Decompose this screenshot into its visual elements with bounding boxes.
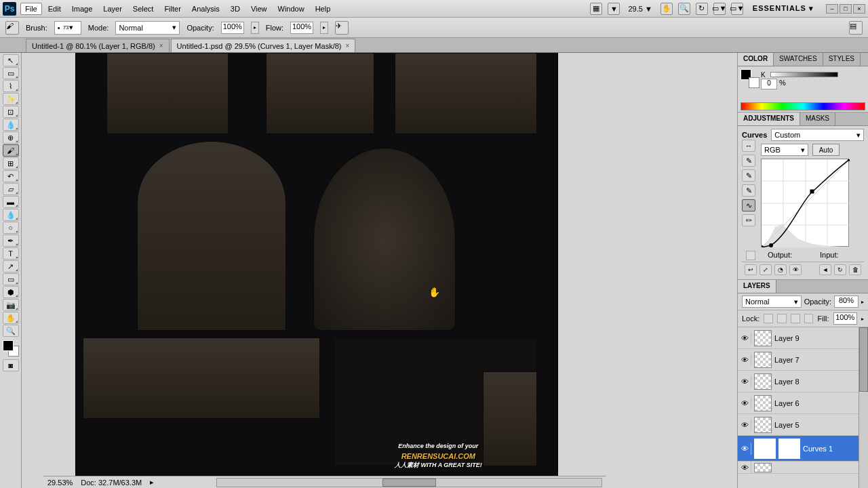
curves-graph[interactable]: [761, 159, 849, 247]
k-slider[interactable]: [770, 72, 838, 77]
3d-camera-tool[interactable]: 📷: [3, 299, 19, 311]
heal-tool[interactable]: ⊕: [3, 131, 19, 144]
menu-layer[interactable]: Layer: [98, 3, 127, 15]
lock-all-icon[interactable]: [804, 314, 814, 323]
opacity-arrow[interactable]: ▸: [251, 22, 259, 34]
flow-arrow[interactable]: ▸: [320, 22, 328, 34]
spectrum-bar[interactable]: [741, 102, 865, 110]
layer-name[interactable]: Layer 9: [774, 334, 800, 342]
bridge-icon[interactable]: ▦: [590, 3, 602, 15]
foreground-color[interactable]: [3, 340, 14, 351]
visibility-toggle[interactable]: 👁: [739, 354, 751, 366]
3d-tool[interactable]: ⬢: [3, 286, 19, 298]
blur-tool[interactable]: 💧: [3, 209, 19, 221]
workspace-selector[interactable]: ESSENTIALS ▾: [749, 4, 818, 13]
reset-icon[interactable]: ↻: [834, 264, 846, 275]
visibility-toggle[interactable]: 👁: [739, 332, 751, 344]
horizontal-scrollbar[interactable]: [216, 478, 602, 487]
layer-thumbnail[interactable]: [754, 395, 772, 411]
lock-pixels-icon[interactable]: [777, 314, 787, 323]
history-brush-tool[interactable]: ↶: [3, 170, 19, 182]
panel-toggle-icon[interactable]: ▤: [849, 21, 863, 35]
return-arrow-icon[interactable]: ↩: [745, 264, 757, 275]
visibility-toggle[interactable]: 👁: [739, 375, 751, 388]
dodge-tool[interactable]: ○: [3, 222, 19, 234]
opacity-input[interactable]: 100%: [221, 22, 244, 34]
adjustment-thumbnail[interactable]: ⟋: [754, 439, 776, 459]
white-eyedropper-icon[interactable]: ✎: [742, 184, 755, 197]
layer-name[interactable]: Layer 5: [774, 421, 800, 429]
lock-position-icon[interactable]: [791, 314, 800, 323]
clip-layer-icon[interactable]: ◔: [774, 264, 787, 275]
visibility-toggle[interactable]: 👁: [739, 462, 751, 474]
k-value-input[interactable]: 0: [761, 79, 777, 89]
status-zoom[interactable]: 29.53%: [47, 479, 73, 487]
layer-row[interactable]: 👁 Layer 5: [738, 414, 868, 436]
visibility-toggle[interactable]: 👁: [739, 419, 751, 431]
rotate-tool-icon[interactable]: ↻: [696, 3, 708, 15]
menu-view[interactable]: View: [246, 3, 272, 15]
layer-thumbnail[interactable]: [754, 417, 772, 433]
visibility-toggle[interactable]: 👁: [739, 397, 751, 409]
menu-edit[interactable]: Edit: [43, 3, 66, 15]
maximize-button[interactable]: □: [840, 4, 852, 14]
preset-select[interactable]: Custom▾: [771, 129, 864, 141]
curve-edit-icon[interactable]: ∿: [742, 199, 755, 211]
layer-thumbnail[interactable]: [754, 352, 772, 368]
hand-tool[interactable]: ✋: [3, 312, 19, 324]
layer-row[interactable]: 👁 Layer 9: [738, 327, 868, 349]
layer-name[interactable]: Layer 7: [774, 356, 800, 364]
color-picker[interactable]: [3, 340, 19, 357]
gray-eyedropper-icon[interactable]: ✎: [742, 169, 755, 182]
arrange-icon[interactable]: ▼: [608, 3, 620, 15]
stamp-tool[interactable]: ⊞: [3, 157, 19, 169]
lock-transparency-icon[interactable]: [764, 314, 773, 323]
layer-blend-select[interactable]: Normal▾: [742, 296, 802, 308]
menu-select[interactable]: Select: [128, 3, 159, 15]
tab-layers[interactable]: LAYERS: [738, 280, 776, 293]
channel-select[interactable]: RGB▾: [761, 144, 808, 156]
layer-row[interactable]: 👁 Layer 8: [738, 371, 868, 392]
minimize-button[interactable]: –: [826, 4, 838, 14]
lasso-tool[interactable]: ⌇: [3, 80, 19, 92]
gradient-tool[interactable]: ▬: [3, 196, 19, 208]
layer-name[interactable]: Layer 6: [774, 399, 800, 407]
layer-thumbnail[interactable]: [754, 330, 772, 346]
menu-help[interactable]: Help: [311, 3, 336, 15]
close-button[interactable]: ×: [853, 4, 865, 14]
tab-adjustments[interactable]: ADJUSTMENTS: [738, 113, 800, 125]
menu-3d[interactable]: 3D: [226, 3, 245, 15]
eraser-tool[interactable]: ▱: [3, 183, 19, 195]
screen-mode-icon[interactable]: ▭▼: [713, 3, 726, 15]
current-tool-icon[interactable]: 🖌: [5, 21, 19, 35]
visibility-toggle[interactable]: 👁: [739, 443, 751, 455]
flow-input[interactable]: 100%: [290, 22, 313, 34]
path-tool[interactable]: ↗: [3, 260, 19, 272]
marquee-tool[interactable]: ▭: [3, 67, 19, 79]
layer-opacity-input[interactable]: 80%: [834, 296, 859, 308]
canvas-area[interactable]: ✋ Enhance the design of your RENRENSUCAI…: [22, 53, 737, 488]
mask-thumbnail[interactable]: [778, 439, 800, 459]
layer-row[interactable]: 👁 Layer 7: [738, 349, 868, 371]
visibility-icon[interactable]: 👁: [789, 264, 802, 275]
layers-scrollbar[interactable]: [859, 327, 868, 488]
layer-name[interactable]: Layer 8: [774, 378, 800, 386]
document-canvas[interactable]: ✋ Enhance the design of your RENRENSUCAI…: [76, 53, 557, 476]
layer-row[interactable]: 👁 Layer 6: [738, 392, 868, 414]
menu-window[interactable]: Window: [273, 3, 309, 15]
close-icon[interactable]: ×: [159, 42, 163, 49]
menu-file[interactable]: File: [20, 3, 42, 15]
tab-masks[interactable]: MASKS: [800, 113, 835, 125]
zoom-tool[interactable]: 🔍: [3, 325, 19, 337]
pen-tool[interactable]: ✒: [3, 235, 19, 247]
tab-color[interactable]: COLOR: [738, 53, 774, 66]
eyedropper-tool[interactable]: 💧: [3, 119, 19, 131]
type-tool[interactable]: T: [3, 247, 19, 260]
extras-icon[interactable]: ▭▼: [731, 3, 743, 15]
black-eyedropper-icon[interactable]: ✎: [742, 155, 755, 167]
brush-picker[interactable]: • 73 ▾: [54, 21, 81, 35]
crop-tool[interactable]: ⊡: [3, 106, 19, 118]
move-tool[interactable]: ↖: [3, 54, 19, 66]
layer-thumbnail[interactable]: [754, 373, 772, 390]
expand-icon[interactable]: ⤢: [760, 264, 772, 275]
